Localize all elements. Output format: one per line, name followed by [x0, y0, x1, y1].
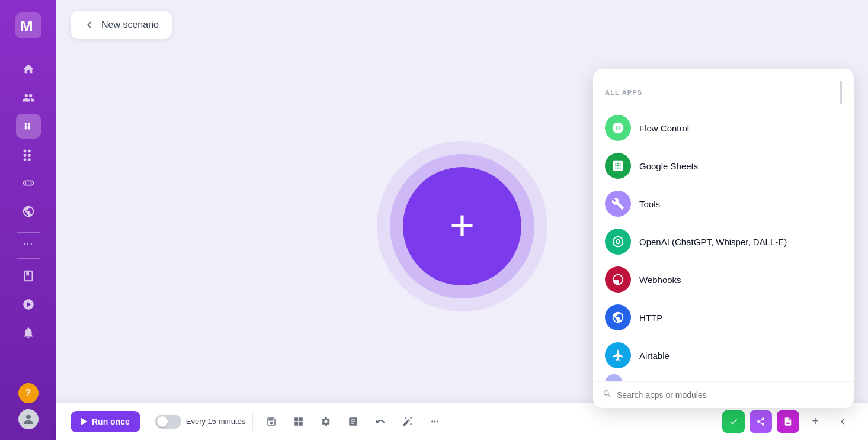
webhooks-icon [605, 266, 631, 293]
toolbar-divider-1 [148, 412, 148, 431]
webhooks-name: Webhooks [639, 275, 681, 285]
schedule-label: Every 15 minutes [186, 417, 245, 426]
run-once-label: Run once [92, 417, 130, 426]
active-status-button[interactable] [722, 410, 745, 433]
add-module-toolbar-button[interactable]: + [804, 410, 827, 433]
app-list: Flow Control Google Sheets Tools [593, 109, 854, 381]
schedule-toggle: Every 15 minutes [155, 415, 245, 429]
run-once-button[interactable]: Run once [71, 411, 140, 432]
back-button[interactable]: New scenario [71, 11, 172, 39]
sidebar-avatar[interactable] [18, 409, 39, 429]
airtable-name: Airtable [639, 351, 670, 361]
magic-button[interactable] [396, 410, 419, 433]
sidebar-divider-1 [17, 232, 40, 233]
app-item-tools[interactable]: Tools [599, 185, 848, 223]
topbar: New scenario [56, 0, 868, 50]
panel-header: ALL APPS [593, 69, 854, 109]
app-item-flow-control[interactable]: Flow Control [599, 109, 848, 147]
more-options-button[interactable] [424, 410, 446, 433]
flow-control-name: Flow Control [639, 123, 689, 133]
app-item-google-sheets[interactable]: Google Sheets [599, 147, 848, 185]
svg-text:M: M [20, 17, 33, 35]
canvas: ALL APPS Flow Control Google Sheets [56, 50, 868, 402]
sidebar-bottom: ? [18, 383, 39, 429]
search-icon [603, 389, 612, 401]
sidebar-item-docs[interactable] [16, 264, 41, 288]
app-item-json[interactable]: {} [599, 374, 848, 381]
sidebar-help-button[interactable]: ? [18, 383, 39, 403]
panel-drag-handle [840, 81, 842, 104]
panel-title: ALL APPS [605, 89, 642, 96]
new-scenario-label: New scenario [101, 20, 159, 30]
play-icon [81, 418, 87, 425]
google-sheets-name: Google Sheets [639, 161, 698, 171]
airtable-icon [605, 342, 631, 368]
grid-button[interactable] [287, 410, 310, 433]
app-panel: ALL APPS Flow Control Google Sheets [593, 69, 854, 408]
add-module-button[interactable] [403, 167, 521, 285]
sidebar-item-home[interactable] [16, 57, 41, 82]
sidebar-item-team[interactable] [16, 85, 41, 110]
app-item-http[interactable]: HTTP [599, 298, 848, 336]
openai-icon [605, 229, 631, 255]
sidebar-item-notifications[interactable] [16, 320, 41, 345]
settings-button[interactable] [315, 410, 337, 433]
http-icon [605, 304, 631, 330]
collapse-panel-button[interactable] [831, 410, 854, 433]
save-button[interactable] [260, 410, 283, 433]
app-item-openai[interactable]: OpenAI (ChatGPT, Whisper, DALL-E) [599, 223, 848, 261]
sidebar-item-connections[interactable] [16, 171, 41, 195]
sidebar-more[interactable]: ··· [23, 237, 33, 250]
schedule-switch[interactable] [155, 415, 181, 429]
toolbar-divider-2 [252, 412, 253, 431]
app-item-webhooks[interactable]: Webhooks [599, 261, 848, 298]
sidebar-item-scenarios[interactable] [16, 114, 41, 139]
search-input[interactable] [617, 390, 844, 400]
main-area: New scenario ALL APPS Flow Control [56, 0, 868, 440]
sidebar-item-globe[interactable] [16, 199, 41, 224]
sidebar: M ··· ? [0, 0, 56, 440]
json-icon: {} [605, 374, 623, 381]
google-sheets-icon [605, 153, 631, 179]
http-name: HTTP [639, 313, 662, 323]
openai-name: OpenAI (ChatGPT, Whisper, DALL-E) [639, 237, 787, 247]
sidebar-divider-2 [17, 258, 40, 259]
share-button[interactable] [750, 410, 772, 433]
tools-icon [605, 191, 631, 217]
app-item-airtable[interactable]: Airtable [599, 336, 848, 374]
panel-search [593, 381, 854, 408]
sidebar-item-launch[interactable] [16, 292, 41, 317]
undo-button[interactable] [369, 410, 392, 433]
sidebar-item-apps[interactable] [16, 142, 41, 167]
logs-button[interactable] [777, 410, 799, 433]
notes-button[interactable] [342, 410, 364, 433]
sidebar-logo[interactable]: M [14, 11, 43, 40]
flow-control-icon [605, 115, 631, 141]
tools-name: Tools [639, 199, 660, 209]
